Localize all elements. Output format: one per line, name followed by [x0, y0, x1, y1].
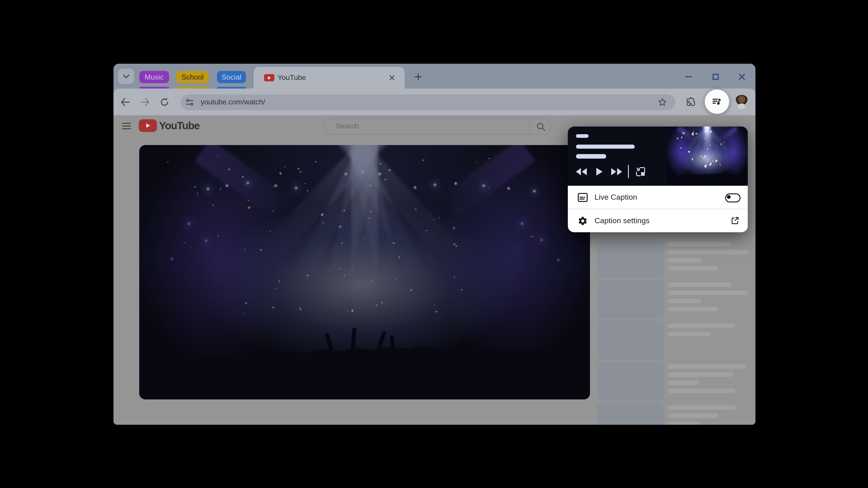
tab-group-underline-school [176, 87, 209, 89]
star-icon [658, 98, 667, 107]
list-item[interactable] [597, 361, 742, 401]
close-icon [738, 73, 745, 80]
back-button[interactable] [120, 97, 131, 107]
media-playlist-icon [711, 96, 723, 107]
video-player[interactable]: Playing on a living room TV [139, 145, 590, 399]
live-caption-toggle[interactable] [725, 193, 741, 202]
url-text: youtube.com/watch/ [201, 98, 265, 106]
previous-track-button[interactable] [575, 165, 588, 178]
forward-button[interactable] [140, 97, 151, 107]
concert-scene [139, 145, 590, 399]
video-dim-overlay [139, 145, 590, 399]
media-controls-button[interactable] [705, 90, 729, 114]
media-controls-popup: Live Caption Caption settings [568, 127, 748, 232]
tab-strip: Music School Social YouTube [114, 64, 755, 89]
tab-group-music[interactable]: Music [139, 71, 169, 83]
tab-group-underline-social [217, 87, 246, 89]
picture-in-picture-icon [635, 166, 646, 177]
tab-group-label: School [182, 73, 204, 81]
controls-divider [628, 165, 629, 178]
gear-icon [578, 216, 588, 226]
toggle-knob [727, 195, 730, 199]
search-button[interactable] [537, 123, 545, 131]
tab-group-label: Music [145, 73, 164, 81]
profile-avatar[interactable] [735, 95, 749, 109]
window-maximize-button[interactable] [712, 73, 720, 81]
media-source-placeholder [576, 134, 589, 138]
tab-group-underline-music [139, 87, 169, 89]
menu-button[interactable] [122, 122, 131, 131]
tab-close-button[interactable] [388, 73, 397, 82]
search-placeholder: Search [336, 122, 359, 130]
youtube-wordmark: YouTube [159, 120, 199, 132]
list-item[interactable] [597, 402, 742, 425]
window-minimize-button[interactable] [684, 73, 692, 81]
caption-settings-row[interactable]: Caption settings [568, 209, 748, 232]
tab-search-button[interactable] [118, 69, 134, 84]
tab-youtube[interactable]: YouTube [254, 67, 405, 89]
open-in-new-icon [731, 216, 740, 225]
tab-group-label: Social [221, 73, 241, 81]
maximize-icon [712, 73, 719, 80]
list-item[interactable] [597, 321, 742, 360]
browser-window: Music School Social YouTube [114, 64, 755, 425]
youtube-play-badge-icon [139, 119, 157, 132]
search-divider [529, 119, 530, 134]
picture-in-picture-button[interactable] [635, 165, 647, 178]
thumbnail-placeholder [597, 402, 664, 425]
search-icon [537, 123, 545, 131]
window-close-button[interactable] [738, 73, 746, 81]
thumbnail-placeholder [597, 280, 664, 319]
album-art [667, 127, 748, 186]
thumbnail-placeholder [597, 239, 664, 278]
caption-icon [578, 192, 588, 202]
puzzle-icon [686, 97, 696, 107]
thumbnail-placeholder [597, 321, 664, 360]
play-icon [596, 168, 603, 176]
plus-icon [414, 73, 422, 80]
youtube-favicon-icon [264, 74, 274, 81]
play-button[interactable] [594, 165, 605, 178]
black-backdrop: Music School Social YouTube [0, 0, 868, 488]
tab-group-social[interactable]: Social [217, 71, 246, 83]
live-caption-row[interactable]: Live Caption [568, 186, 748, 209]
next-track-button[interactable] [610, 165, 623, 178]
fast-forward-icon [611, 168, 622, 176]
rewind-icon [576, 168, 587, 176]
new-tab-button[interactable] [413, 71, 424, 82]
back-arrow-icon [121, 98, 130, 106]
site-settings-icon[interactable] [185, 98, 194, 107]
youtube-logo[interactable]: YouTube [139, 119, 199, 132]
close-icon [389, 75, 395, 80]
thumbnail-placeholder [597, 361, 664, 401]
browser-toolbar: youtube.com/watch/ [114, 89, 755, 115]
reload-icon [160, 98, 169, 107]
media-artist-placeholder [576, 154, 606, 159]
hamburger-icon [122, 123, 131, 130]
chevron-down-icon [123, 74, 129, 78]
tab-title: YouTube [278, 74, 306, 82]
caption-settings-label: Caption settings [594, 216, 650, 225]
search-bar[interactable]: Search [324, 119, 552, 135]
extensions-button[interactable] [686, 97, 696, 107]
live-caption-label: Live Caption [594, 193, 637, 202]
media-title-placeholder [576, 144, 635, 149]
forward-arrow-icon [141, 98, 150, 106]
media-session-card [568, 127, 748, 186]
list-item[interactable] [597, 280, 742, 319]
address-bar[interactable]: youtube.com/watch/ [181, 94, 675, 110]
minimize-icon [685, 73, 692, 80]
bookmark-star-button[interactable] [658, 98, 667, 107]
tab-group-school[interactable]: School [176, 71, 209, 83]
reload-button[interactable] [159, 97, 170, 107]
list-item[interactable] [597, 239, 742, 278]
